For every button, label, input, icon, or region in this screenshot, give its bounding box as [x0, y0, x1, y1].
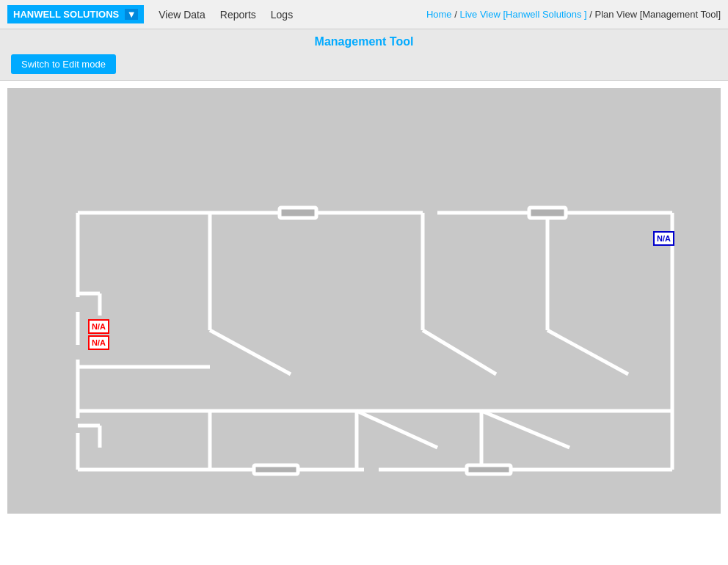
floorplan-svg — [7, 88, 721, 514]
svg-rect-31 — [529, 208, 566, 218]
svg-rect-32 — [254, 465, 298, 474]
brand-button[interactable]: HANWELL SOLUTIONS ▼ — [7, 5, 144, 23]
sensor-badge-na-left-upper-2[interactable]: N/A — [88, 335, 109, 350]
nav-logs[interactable]: Logs — [271, 9, 293, 21]
nav-viewdata[interactable]: View Data — [159, 9, 205, 21]
page-title: Management Tool — [11, 35, 717, 48]
sensor-badge-na-left-upper-1[interactable]: N/A — [88, 319, 109, 334]
svg-line-14 — [210, 330, 291, 374]
nav-reports[interactable]: Reports — [220, 9, 256, 21]
svg-line-16 — [423, 330, 496, 374]
svg-line-21 — [357, 411, 437, 448]
svg-line-23 — [481, 411, 569, 448]
sensor-badge-na-top-right[interactable]: N/A — [653, 231, 674, 246]
floorplan-container: N/AN/AN/AN/AN/ACALCAL — [7, 88, 721, 514]
brand-label: HANWELL SOLUTIONS — [13, 9, 119, 20]
svg-rect-33 — [467, 465, 511, 474]
svg-rect-30 — [280, 208, 316, 218]
header: HANWELL SOLUTIONS ▼ View Data Reports Lo… — [0, 0, 728, 29]
sub-header: Management Tool Switch to Edit mode — [0, 29, 728, 81]
breadcrumb: Home / Live View [Hanwell Solutions ] / … — [426, 9, 721, 20]
svg-line-19 — [547, 330, 628, 374]
breadcrumb-liveview[interactable]: Live View [Hanwell Solutions ] — [459, 9, 586, 20]
edit-mode-button[interactable]: Switch to Edit mode — [11, 54, 116, 74]
breadcrumb-planview: Plan View [Management Tool] — [594, 9, 721, 20]
nav-links: View Data Reports Logs — [159, 9, 293, 21]
brand-dropdown-arrow[interactable]: ▼ — [125, 9, 138, 20]
breadcrumb-home[interactable]: Home — [426, 9, 452, 20]
